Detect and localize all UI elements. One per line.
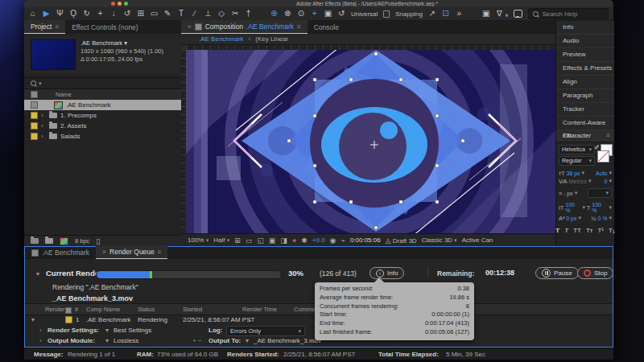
font-size-arrow-icon[interactable]: ▾ <box>582 170 585 176</box>
brush-tool-icon[interactable]: ∕ <box>191 7 199 20</box>
expand-chevron-icon[interactable]: › <box>39 337 42 344</box>
project-search-field[interactable]: ▾ <box>24 77 181 89</box>
leading-value[interactable]: Auto <box>596 171 607 176</box>
project-row-comp[interactable]: .AE Benchmark <box>24 100 181 110</box>
kerning-value[interactable]: Metrics <box>569 179 588 184</box>
stroke-style-dropdown[interactable]: ▾ <box>588 188 612 198</box>
breadcrumb-back-icon[interactable]: ‹ <box>249 35 251 43</box>
expand-chevron-icon[interactable]: › <box>41 112 46 119</box>
panel-effects-presets[interactable]: Effects & Presets <box>556 62 614 76</box>
color-depth-button[interactable]: 8 bpc <box>75 237 89 245</box>
rotation-tool-icon[interactable]: ↺ <box>123 7 131 20</box>
tab-ae-benchmark-timeline[interactable]: .AE Benchmark <box>25 246 96 259</box>
resolution-dropdown[interactable]: Half ▾ <box>213 237 229 244</box>
snapping-checkbox[interactable] <box>383 10 390 18</box>
close-tab-icon[interactable]: × <box>102 248 106 256</box>
panel-audio[interactable]: Audio <box>556 35 614 48</box>
puppet-pin-tool-icon[interactable]: † <box>245 7 253 20</box>
motion-path-icon[interactable]: ⊡ <box>442 7 450 20</box>
mask-mode-icon[interactable]: ▣ <box>324 7 332 20</box>
row-label-swatch[interactable] <box>65 316 72 325</box>
snapshot-camera-icon[interactable]: ◉ <box>330 237 336 245</box>
view-axis-mode-icon[interactable]: ⊙ <box>297 7 305 20</box>
panel-paragraph[interactable]: Paragraph <box>556 89 614 103</box>
clone-stamp-tool-icon[interactable]: ⊥ <box>204 7 213 20</box>
add-remove-output-buttons[interactable]: + − <box>192 337 202 344</box>
font-size-value[interactable]: 36 px <box>566 171 580 176</box>
panel-menu-icon[interactable]: ≡ <box>606 130 610 142</box>
breadcrumb-comp[interactable]: .AE Benchmark <box>199 35 244 43</box>
local-axis-mode-icon[interactable]: ⊕ <box>270 7 279 20</box>
col-status[interactable]: Status <box>138 306 155 313</box>
expand-chevron-icon[interactable]: › <box>39 327 42 334</box>
all-caps-button[interactable]: TT <box>573 227 581 234</box>
selection-tool-icon[interactable]: ▶ <box>43 7 51 20</box>
orbit-camera-tool-icon[interactable]: ↻ <box>83 7 91 20</box>
panel-menu-icon[interactable]: ≡ <box>158 249 162 256</box>
tracking-value[interactable]: 0 <box>605 179 608 184</box>
draft-3d-toggle[interactable]: ◬ Draft 3D <box>386 237 417 245</box>
new-folder-icon[interactable] <box>45 238 53 244</box>
beta-flask-icon[interactable]: ∇ <box>496 7 504 20</box>
comp-name[interactable]: .AE Benchmark ▾ <box>80 39 163 47</box>
zoom-tool-icon[interactable]: Ǫ <box>69 7 77 20</box>
subscript-button[interactable]: T₁ <box>609 227 615 234</box>
type-tool-icon[interactable]: T <box>177 7 185 20</box>
tab-composition[interactable]: « Composition .AE Benchmark ≡ <box>181 20 308 34</box>
stop-button[interactable]: Stop <box>577 267 613 279</box>
grid-options-icon[interactable]: ⊞ <box>234 237 241 245</box>
render-preview-icon[interactable]: ▣ <box>482 7 490 20</box>
faux-italic-button[interactable]: T <box>564 227 568 234</box>
horizontal-scale-value[interactable]: 100 % <box>592 202 607 213</box>
reset-rotation-icon[interactable]: ↺ <box>337 7 345 20</box>
composition-viewport[interactable] <box>186 50 555 233</box>
tab-effect-controls[interactable]: Effect Controls (none) <box>65 21 145 34</box>
pen-tool-icon[interactable]: ✎ <box>163 7 171 20</box>
add-shape-icon[interactable]: + <box>311 7 319 20</box>
superscript-button[interactable]: T¹ <box>597 227 604 234</box>
roto-brush-tool-icon[interactable]: ✂ <box>231 7 239 20</box>
label-column-icon[interactable] <box>31 91 38 98</box>
font-family-dropdown[interactable]: Helvetica▾ <box>559 145 595 154</box>
baseline-shift-value[interactable]: 0 px <box>566 216 576 221</box>
col-comp-name[interactable]: Comp Name <box>86 306 120 313</box>
current-time[interactable]: 0:00:05:06 <box>350 237 381 244</box>
region-of-interest-icon[interactable]: ◱ <box>257 237 264 245</box>
small-caps-button[interactable]: Tᴛ <box>586 227 593 234</box>
dropdown-arrow-icon[interactable]: ▾ <box>105 327 109 334</box>
pause-button[interactable]: Pause <box>535 267 579 279</box>
tab-console[interactable]: Console <box>308 21 345 34</box>
search-options-arrow-icon[interactable]: ▾ <box>39 80 42 87</box>
font-style-dropdown[interactable]: Regular▾ <box>559 156 595 166</box>
stroke-width-value[interactable]: - px <box>564 191 573 196</box>
dropdown-arrow-icon[interactable]: ▾ <box>105 337 109 344</box>
col-render-time[interactable]: Render Time <box>242 306 277 313</box>
collapse-icon[interactable]: « <box>188 23 192 31</box>
hand-tool-icon[interactable]: Ψ <box>56 7 64 20</box>
expand-chevron-icon[interactable]: › <box>41 122 46 130</box>
tsume-value[interactable]: 0 % <box>597 216 607 221</box>
world-axis-mode-icon[interactable]: ⊗ <box>283 7 291 20</box>
exposure-gear-icon[interactable]: ✱ <box>301 237 308 245</box>
show-snapshot-icon[interactable]: ⌁ <box>341 237 345 245</box>
project-row-precomps[interactable]: › 1. Precomps <box>24 110 181 121</box>
vertical-scale-value[interactable]: 100 % <box>565 202 580 213</box>
rectangle-tool-icon[interactable]: ▭ <box>151 7 159 20</box>
output-module-value[interactable]: Lossless <box>114 337 138 344</box>
collapse-chevron-icon[interactable]: ▾ <box>36 270 39 278</box>
output-to-value[interactable]: _AE Benchmark_3.mov <box>254 337 321 344</box>
snapping-label[interactable]: Snapping <box>395 10 423 18</box>
dropdown-arrow-icon[interactable]: ▾ <box>246 337 249 344</box>
col-started[interactable]: Started <box>183 306 202 313</box>
project-row-salads[interactable]: › Salads <box>24 131 181 142</box>
row-collapse-icon[interactable]: ▾ <box>31 316 35 323</box>
trash-icon[interactable]: ▯ <box>96 237 100 245</box>
renderer-dropdown[interactable]: Classic 3D ▾ <box>422 237 457 244</box>
channel-icon[interactable]: ● <box>292 237 296 245</box>
feedback-bubble-icon[interactable] <box>514 10 522 18</box>
col-render[interactable]: Render <box>45 306 65 313</box>
home-tool-icon[interactable]: ⌂ <box>29 7 37 20</box>
tab-project[interactable]: Project ≡ <box>24 20 65 34</box>
search-help-field[interactable]: Search Help <box>528 8 609 19</box>
view-dropdown[interactable]: Active Can <box>462 237 493 244</box>
